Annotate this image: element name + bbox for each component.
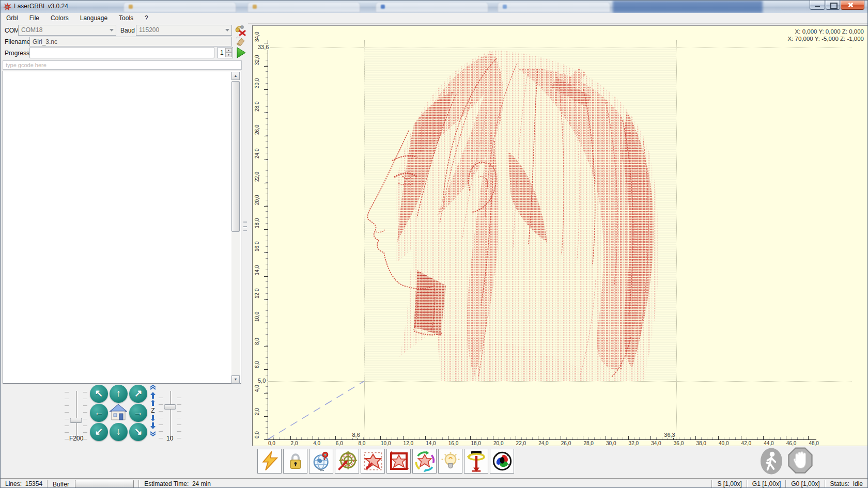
progress-label: Progress [5,50,29,57]
s-override[interactable]: S [1,00x] [712,480,746,488]
scroll-down-icon[interactable]: ▼ [231,375,240,384]
g0-override[interactable]: G0 [1,00x] [786,480,824,488]
jog-right-button[interactable]: → [129,404,147,422]
x-tick-label: 20,0 [493,440,503,446]
z-up-fast-icon[interactable] [149,385,157,391]
x-tick-mark [425,436,426,440]
spinner-down-icon[interactable]: ▼ [225,53,232,57]
scrollbar-thumb[interactable] [231,81,240,232]
y-tick-mark [264,113,268,113]
status-value: Idle [853,480,863,487]
set-zero-button[interactable] [335,449,359,474]
x-tick-label: 38,0 [696,440,706,446]
x-tick-mark [786,436,786,440]
bound-label-top: 33,6 [257,44,270,50]
laser-bulb-button[interactable] [438,449,462,474]
jog-down-left-button[interactable]: ↙ [90,423,108,441]
jog-up-right-button[interactable]: ↗ [129,385,147,403]
blink-rgb-button[interactable] [490,449,514,474]
jog-up-left-button[interactable]: ↖ [90,385,108,403]
menu-file[interactable]: File [24,13,45,23]
time-value: 24 min [192,480,211,487]
y-tick-label: 28,0 [254,102,260,112]
jog-left-button[interactable]: ← [90,404,108,422]
y-tick-mark [264,229,268,230]
feedrate-slider[interactable] [70,391,82,440]
z-up-icon[interactable] [150,399,156,406]
jog-down-button[interactable]: ↓ [110,423,128,441]
z-down-medium-icon[interactable] [149,422,157,430]
status-label: Status: [830,480,849,487]
x-tick-mark [741,436,741,440]
focus-zdown-button[interactable] [464,449,488,474]
gcode-command-input[interactable] [3,60,242,70]
frame-star-icon [363,450,383,472]
scroll-up-icon[interactable]: ▲ [231,72,240,80]
gcode-log[interactable]: ▲ ▼ [3,71,241,384]
menu-language[interactable]: Language [74,13,113,23]
y-tick-label: 18,0 [254,218,260,228]
g1-override[interactable]: G1 [1,00x] [748,480,785,488]
x-tick-mark [695,436,696,440]
y-tick-mark [264,43,268,43]
filename-field: Girl_3.nc [29,37,232,46]
step-size-slider[interactable] [164,391,176,439]
baud-select[interactable]: 115200 [136,25,232,36]
y-tick-label: 10,0 [254,312,260,322]
clear-file-eraser-icon[interactable] [236,36,246,46]
connect-icon[interactable] [235,24,246,36]
machine-status: Status: Idle [826,480,867,488]
x-tick-label: 2,0 [291,440,298,446]
app-icon [3,3,11,11]
z-down-icon[interactable] [150,415,156,422]
buffer-label: Buffer [53,481,69,488]
jog-up-button[interactable]: ↑ [110,385,128,403]
frame-repeat-button[interactable] [412,449,437,474]
z-up-medium-icon[interactable] [149,391,157,399]
menu-tools[interactable]: Tools [113,13,139,23]
menu-colors[interactable]: Colors [45,13,74,23]
frame-outline-button[interactable] [361,449,385,474]
homing-button[interactable] [309,449,333,474]
close-button[interactable] [841,1,864,10]
bound-label-right: 36,3 [663,432,676,438]
z-down-fast-icon[interactable] [149,430,157,436]
play-button[interactable] [236,47,246,58]
jog-home-button[interactable] [109,403,128,421]
x-tick-mark [650,436,651,440]
filename-label: Filename [5,38,30,45]
panel-splitter[interactable] [243,222,247,232]
bound-line-right [676,40,677,439]
x-tick-mark [606,436,606,440]
x-tick-mark [718,436,719,440]
minimize-button[interactable] [810,1,825,10]
x-tick-label: 48,0 [809,440,818,446]
spinner-up-icon[interactable]: ▲ [225,48,232,53]
com-port-select[interactable]: COM18 [18,25,116,36]
menu-grbl[interactable]: Grbl [1,13,24,23]
title-bar[interactable]: LaserGRBL v3.0.24 [1,1,867,13]
y-tick-mark [264,66,268,67]
control-panel: COM COM18 Baud 115200 Filename Girl_3.nc… [1,23,248,478]
unlock-button[interactable] [283,449,307,474]
background-favicon [129,5,133,9]
x-tick-label: 22,0 [516,440,526,446]
home-icon [109,403,128,421]
menu-help[interactable]: ? [139,13,154,23]
engraving-raster-image [364,47,676,381]
y-tick-label: 8,0 [254,338,260,345]
engraving-preview[interactable]: X: 0,000 Y: 0,000 Z: 0,000 X: 70,000 Y: … [252,25,868,446]
background-browser-page [613,1,763,13]
log-scrollbar[interactable]: ▲ ▼ [231,72,240,384]
chevron-down-icon [110,29,114,32]
x-tick-label: 44,0 [764,440,773,446]
grbl-reset-button[interactable] [257,449,282,474]
y-tick-mark [264,160,268,160]
spindle-focus-icon [466,450,487,473]
frame-bbox-button[interactable] [386,449,411,474]
maximize-button[interactable] [826,1,840,10]
x-tick-label: 26,0 [561,440,571,446]
passes-spinner[interactable]: 1 ▲ ▼ [218,47,233,58]
jog-down-right-button[interactable]: ↘ [129,423,147,441]
walking-person-icon [760,447,783,475]
